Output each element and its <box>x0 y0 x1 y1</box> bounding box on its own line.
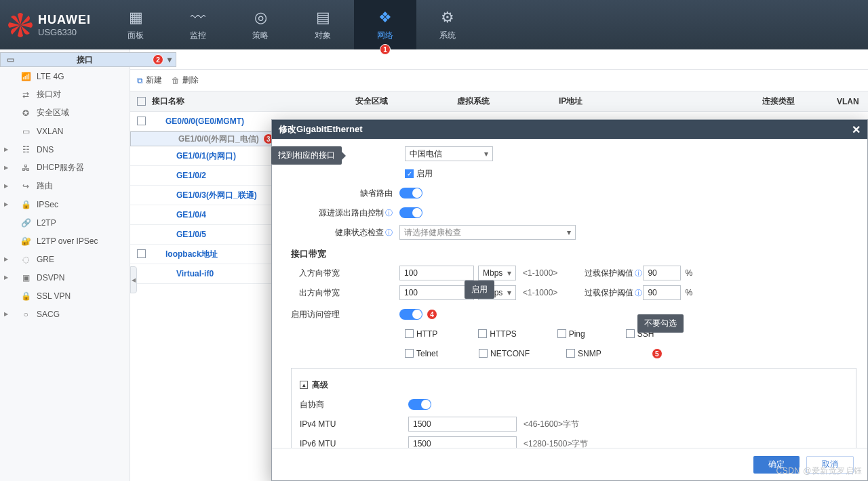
sidebar-icon: 🔒 <box>20 291 31 301</box>
nav-对象[interactable]: ▤对象 <box>292 0 354 49</box>
sidebar-icon: ▭ <box>20 127 31 136</box>
dialog-title: 修改GigabitEthernet <box>279 123 363 135</box>
help-icon[interactable]: ⓘ <box>385 228 393 236</box>
bandwidth-section-title: 接口带宽 <box>291 248 856 260</box>
annotation-tip-5: 不要勾选 <box>637 314 684 333</box>
src-route-label: 源进源出路由控制 <box>319 208 384 217</box>
help-icon[interactable]: ⓘ <box>385 209 393 217</box>
sidebar-icon: ☷ <box>20 145 31 154</box>
huawei-logo-icon <box>7 12 34 39</box>
ok-button[interactable]: 确定 <box>753 456 800 474</box>
nav-网络[interactable]: ❖网络1 <box>354 0 416 49</box>
access-mgmt-toggle[interactable] <box>399 309 422 320</box>
in-bw-input[interactable] <box>399 266 474 280</box>
help-icon[interactable]: ⓘ <box>635 289 642 297</box>
sidebar-item-LTE 4G[interactable]: 📶LTE 4G <box>0 67 130 85</box>
edit-interface-dialog: 修改GigabitEthernet ✕ 中国电信 启用 缺省路由 源进源出路由控… <box>271 119 868 481</box>
toolbar: ⧉新建 🗑删除 <box>130 70 868 91</box>
default-route-toggle[interactable] <box>399 188 422 198</box>
mtu6-label: IPv6 MTU <box>300 439 408 448</box>
annotation-tip-3: 找到相应的接口 <box>271 146 342 165</box>
sidebar-icon: 🔐 <box>20 236 31 246</box>
page-title: 接口列表 <box>130 49 868 70</box>
https-checkbox[interactable] <box>478 329 487 338</box>
new-button[interactable]: ⧉新建 <box>137 75 162 86</box>
nav-面板[interactable]: ▦面板 <box>104 0 167 49</box>
app-header: HUAWEI USG6330 ▦面板〰监控◎策略▤对象❖网络1⚙系统 <box>0 0 868 49</box>
chevron-right-icon: ▶ <box>4 165 8 171</box>
sidebar-item-DNS[interactable]: ▶☷DNS <box>0 140 130 159</box>
sidebar-icon: ○ <box>20 310 31 319</box>
telnet-checkbox[interactable] <box>405 349 414 358</box>
sidebar-icon: 📶 <box>20 72 31 81</box>
nav-策略[interactable]: ◎策略 <box>229 0 292 49</box>
default-route-label: 缺省路由 <box>291 188 399 199</box>
sidebar-item-L2TP[interactable]: 🔗L2TP <box>0 213 130 232</box>
dialog-title-bar: 修改GigabitEthernet ✕ <box>272 120 867 139</box>
mtu4-input[interactable] <box>408 417 517 432</box>
health-label: 健康状态检查 <box>335 228 384 237</box>
cancel-button[interactable]: 取消 <box>806 456 854 474</box>
sidebar-item-SACG[interactable]: ▶○SACG <box>0 305 130 323</box>
annotation-badge-1: 1 <box>380 44 391 55</box>
sidebar-item-接口对[interactable]: ⇄接口对 <box>0 85 130 104</box>
col-name: 接口名称 <box>145 96 349 107</box>
chevron-right-icon: ▶ <box>4 146 8 152</box>
sidebar-item-IPSec[interactable]: ▶🔒IPSec <box>0 195 130 213</box>
annotation-badge-2: 2 <box>153 54 163 65</box>
snmp-checkbox[interactable] <box>566 349 575 358</box>
top-nav: ▦面板〰监控◎策略▤对象❖网络1⚙系统 <box>104 0 479 49</box>
sidebar-item-VXLAN[interactable]: ▭VXLAN <box>0 122 130 140</box>
autoneg-toggle[interactable] <box>408 399 431 410</box>
logo-area: HUAWEI USG6330 <box>0 0 104 49</box>
health-check-select[interactable]: 请选择健康检查 <box>399 225 576 240</box>
out-bw-input[interactable] <box>399 285 474 300</box>
model-label: USG6330 <box>38 27 91 37</box>
enable-checkbox[interactable] <box>405 169 414 178</box>
help-icon[interactable]: ⓘ <box>635 269 642 277</box>
collapse-icon[interactable]: ▴ <box>300 381 308 389</box>
nav-icon: ▦ <box>126 8 145 27</box>
autoneg-label: 自协商 <box>300 399 408 411</box>
sidebar-item-DSVPN[interactable]: ▶▣DSVPN <box>0 268 130 287</box>
sidebar-item-SSL VPN[interactable]: 🔒SSL VPN <box>0 287 130 305</box>
sidebar-icon: 🔗 <box>20 218 31 228</box>
in-bw-label: 入方向带宽 <box>291 268 399 279</box>
isp-select[interactable]: 中国电信 <box>405 146 493 161</box>
mtu6-input[interactable] <box>408 436 517 448</box>
dialog-footer: 确定 取消 <box>272 448 867 480</box>
col-vsys: 虚拟系统 <box>450 96 552 107</box>
col-conn: 连接类型 <box>755 96 830 107</box>
sidebar-item-GRE[interactable]: ▶◌GRE <box>0 250 130 268</box>
sidebar-item-路由[interactable]: ▶↪路由 <box>0 177 130 195</box>
sidebar-collapse-handle[interactable]: ◀ <box>130 266 137 293</box>
nav-icon: ❖ <box>376 8 395 27</box>
enable-label: 启用 <box>416 168 433 180</box>
ssh-checkbox[interactable] <box>626 329 635 338</box>
sidebar-icon: ↪ <box>20 182 31 191</box>
ping-checkbox[interactable] <box>557 329 566 338</box>
close-icon[interactable]: ✕ <box>852 123 861 136</box>
nav-系统[interactable]: ⚙系统 <box>416 0 479 49</box>
annotation-badge-4: 4 <box>427 309 437 320</box>
sidebar-item-接口[interactable]: ▭接口2 <box>0 52 176 67</box>
sidebar-item-DHCP服务器[interactable]: ▶🖧DHCP服务器 <box>0 159 130 177</box>
in-bw-unit-select[interactable]: Mbps <box>478 266 516 280</box>
col-vlan: VLAN <box>830 97 868 106</box>
delete-button[interactable]: 🗑删除 <box>172 75 199 86</box>
mtu4-label: IPv4 MTU <box>300 419 408 429</box>
chevron-right-icon: ▶ <box>4 311 8 317</box>
http-checkbox[interactable] <box>405 329 414 338</box>
sidebar-item-安全区域[interactable]: ✪安全区域 <box>0 104 130 122</box>
annotation-badge-5: 5 <box>652 348 663 359</box>
nav-icon: 〰 <box>189 8 208 27</box>
out-bw-label: 出方向带宽 <box>291 287 399 299</box>
nav-监控[interactable]: 〰监控 <box>167 0 229 49</box>
sidebar-item-L2TP over IPSec[interactable]: 🔐L2TP over IPSec <box>0 232 130 250</box>
out-thresh-input[interactable] <box>643 285 681 300</box>
in-thresh-input[interactable] <box>643 266 681 280</box>
netconf-checkbox[interactable] <box>479 349 488 358</box>
out-thresh-label: 过载保护阈值 <box>585 288 633 297</box>
src-route-toggle[interactable] <box>399 207 422 218</box>
out-bw-range: <1-1000> <box>523 288 557 297</box>
